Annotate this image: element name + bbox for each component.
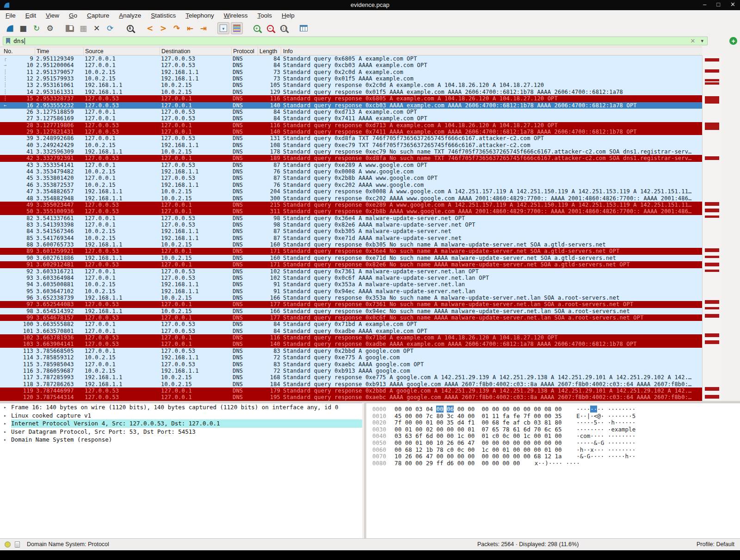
packet-row[interactable]: 823.541337661127.0.0.1127.0.0.53DNS98Sta… [0,215,702,222]
menu-item-help[interactable]: Help [282,12,295,19]
packet-row[interactable]: 1183.787286263192.168.1.110.0.2.15DNS184… [0,381,702,388]
start-capture-button[interactable] [4,22,16,34]
packet-row[interactable]: 473.354882657192.168.1.110.0.2.15DNS204S… [0,188,702,195]
packet-row[interactable]: 14┆2.953161331192.168.1.110.0.2.15DNS129… [0,89,702,95]
packet-row[interactable]: 883.600765733192.168.1.110.0.2.15DNS160S… [0,241,702,248]
hex-row[interactable]: 008078 00 00 29 ff d6 00 00 00 00 00 00 … [372,460,740,467]
packet-row[interactable]: 493.355023447127.0.0.53127.0.0.1DNS215St… [0,202,702,208]
column-header-length[interactable]: Length [258,47,281,55]
menu-item-tools[interactable]: Tools [258,12,272,19]
packet-row[interactable]: 453.353801420127.0.0.1127.0.0.53DNS87Sta… [0,175,702,181]
hex-row[interactable]: 007010 26 06 47 00 00 00 00 00 00 00 00 … [372,453,740,460]
column-header-time[interactable]: Time [35,47,84,55]
column-header-info[interactable]: Info [281,47,702,55]
close-file-button[interactable]: ✕ [91,22,103,34]
zoom-in-button[interactable]: + [251,22,263,34]
find-packet-button[interactable]: A [124,22,136,34]
next-packet-button[interactable]: > [157,22,169,34]
packet-row[interactable]: 433.353354141127.0.0.1127.0.0.53DNS87Sta… [0,162,702,168]
menu-item-edit[interactable]: Edit [25,12,36,19]
packet-row[interactable]: 263.127518859127.0.0.1127.0.0.53DNS84Sta… [0,109,702,115]
packet-row[interactable]: 993.654678157127.0.0.53127.0.0.1DNS177St… [0,314,702,321]
packet-row[interactable]: 943.60350088110.0.2.15192.168.1.1DNS91St… [0,281,702,288]
filter-bookmark-icon[interactable] [6,38,10,44]
packet-row[interactable]: 923.603316721127.0.0.1127.0.0.53DNS102St… [0,268,702,275]
packet-row[interactable]: 403.24924242910.0.2.15192.168.1.1DNS108S… [0,142,702,148]
hex-row[interactable]: 00207f 00 00 01 00 35 d4 f1 00 68 fe af … [372,419,740,426]
stop-capture-button[interactable]: ■ [17,22,29,34]
packet-row[interactable]: 1023.663781936127.0.0.53127.0.0.1DNS116S… [0,334,702,341]
packet-row[interactable]: 963.652338739192.168.1.110.0.2.15DNS166S… [0,295,702,301]
packet-row[interactable]: 1193.787446997127.0.0.53127.0.0.1DNS179S… [0,388,702,394]
previous-packet-button[interactable]: < [144,22,156,34]
auto-scroll-button[interactable] [217,22,229,34]
restart-capture-button[interactable]: ↻ [31,22,43,34]
packet-row[interactable]: 483.354882948192.168.1.110.0.2.15DNS300S… [0,195,702,202]
go-to-packet-button[interactable]: ↷ [171,22,183,34]
status-profile[interactable]: Profile: Default [697,541,734,548]
packet-row[interactable]: 1003.663555882127.0.0.1127.0.0.53DNS84St… [0,321,702,327]
capture-options-button[interactable]: ⚙ [44,22,56,34]
packet-row[interactable]: 1173.787285993192.168.1.110.0.2.15DNS168… [0,374,702,381]
packet-row[interactable]: 283.127719806127.0.0.53127.0.0.1DNS116St… [0,122,702,129]
menu-item-analyze[interactable]: Analyze [119,12,141,19]
packet-row[interactable]: 11┆2.95137905710.0.2.15192.168.1.1DNS73S… [0,69,702,75]
capture-comment-icon[interactable] [15,542,20,548]
hex-row[interactable]: 005000 00 01 00 10 26 06 47 00 00 00 00 … [372,440,740,447]
zoom-original-button[interactable]: 1:1 [278,22,290,34]
expand-arrow-icon[interactable]: ▸ [4,412,11,420]
packet-row[interactable]: 843.54156734610.0.2.15192.168.1.1DNS87St… [0,228,702,234]
detail-tree-item[interactable]: ▸Linux cooked capture v1 [0,412,362,420]
packet-row[interactable]: 1163.78605968710.0.2.15192.168.1.1DNS72S… [0,368,702,374]
packet-row[interactable]: 893.601259921127.0.0.53127.0.0.1DNS171St… [0,248,702,254]
packet-list-scrollbar[interactable] [702,55,722,401]
menu-item-telephony[interactable]: Telephony [185,12,214,19]
hex-row[interactable]: 001045 00 00 7c 80 3c 40 00 01 11 fa fe … [372,413,740,420]
packet-row[interactable]: 423.332792391127.0.0.53127.0.0.1DNS189St… [0,155,702,161]
packet-row[interactable]: 16←2.953555232127.0.0.53127.0.0.1DNS140S… [0,102,702,109]
packet-row[interactable]: 973.652544083127.0.0.53127.0.0.1DNS177St… [0,301,702,308]
menu-item-wireless[interactable]: Wireless [224,12,248,19]
packet-row[interactable]: 913.602912481127.0.0.53127.0.0.1DNS171St… [0,261,702,268]
packet-row[interactable]: 443.35347948210.0.2.15192.168.1.1DNS76St… [0,168,702,175]
open-file-button[interactable] [64,22,76,34]
packet-row[interactable]: 1203.787544314127.0.0.53127.0.0.1DNS195S… [0,394,702,400]
packet-row[interactable]: 933.603364984127.0.0.1127.0.0.53DNS102St… [0,275,702,281]
menu-item-go[interactable]: Go [69,12,77,19]
packet-row[interactable]: 393.248992686127.0.0.1127.0.0.53DNS131St… [0,135,702,142]
filter-add-button[interactable]: + [729,37,737,45]
save-file-button[interactable]: ▦ [77,22,89,34]
expert-info-icon[interactable] [5,542,11,548]
packet-row[interactable]: 983.654514392192.168.1.110.0.2.15DNS166S… [0,308,702,314]
packet-row[interactable]: 903.602761886192.168.1.110.0.2.15DNS160S… [0,255,702,261]
display-filter-input[interactable]: dns ✕ ▾ [3,37,708,45]
packet-row[interactable]: 1153.785985043127.0.0.1127.0.0.53DNS83St… [0,361,702,368]
packet-row[interactable]: 293.127821431127.0.0.53127.0.0.1DNS140St… [0,129,702,135]
minimize-button[interactable]: – [703,1,706,8]
expand-arrow-icon[interactable]: ▸ [4,419,11,428]
first-packet-button[interactable]: ⇤ [184,22,196,34]
packet-row[interactable]: 10→2.951200064127.0.0.1127.0.0.53DNS84St… [0,62,702,68]
menu-item-capture[interactable]: Capture [87,12,109,19]
detail-tree-item[interactable]: ▸Internet Protocol Version 4, Src: 127.0… [0,419,362,428]
menu-item-view[interactable]: View [46,12,59,19]
packet-row[interactable]: 15┆2.953328737127.0.0.53127.0.0.1DNS116S… [0,95,702,102]
packet-row[interactable]: 273.127586169127.0.0.1127.0.0.53DNS84Sta… [0,115,702,122]
resize-columns-button[interactable] [297,22,309,34]
close-button[interactable]: ✕ [730,1,735,8]
hex-row[interactable]: 006000 68 12 1b 78 c0 0c 00 1c 00 01 00 … [372,447,740,454]
packet-row[interactable]: 413.332596309192.168.1.110.0.2.15DNS178S… [0,148,702,155]
menu-item-statistics[interactable]: Statistics [151,12,176,19]
last-packet-button[interactable]: ⇥ [197,22,210,34]
detail-tree-item[interactable]: ▸Frame 16: 140 bytes on wire (1120 bits)… [0,403,362,412]
packet-row[interactable]: 463.35387253710.0.2.15192.168.1.1DNS76St… [0,182,702,188]
packet-row[interactable]: 1033.663904141127.0.0.53127.0.0.1DNS140S… [0,341,702,347]
packet-row[interactable]: 13┆2.953161061192.168.1.110.0.2.15DNS105… [0,82,702,88]
scrollbar-track[interactable] [722,55,740,401]
hex-row[interactable]: 004003 63 6f 6d 00 00 1c 00 01 c0 0c 00 … [372,433,740,440]
hex-row[interactable]: 000000 00 03 04 00 06 00 00 00 00 00 00 … [372,406,740,413]
detail-tree-item[interactable]: ▸User Datagram Protocol, Src Port: 53, D… [0,428,362,436]
packet-row[interactable]: 9┌2.951129349127.0.0.1127.0.0.53DNS84Sta… [0,55,702,62]
column-header-source[interactable]: Source [84,47,160,55]
packet-row[interactable]: 1133.785668505127.0.0.1127.0.0.53DNS83St… [0,348,702,354]
